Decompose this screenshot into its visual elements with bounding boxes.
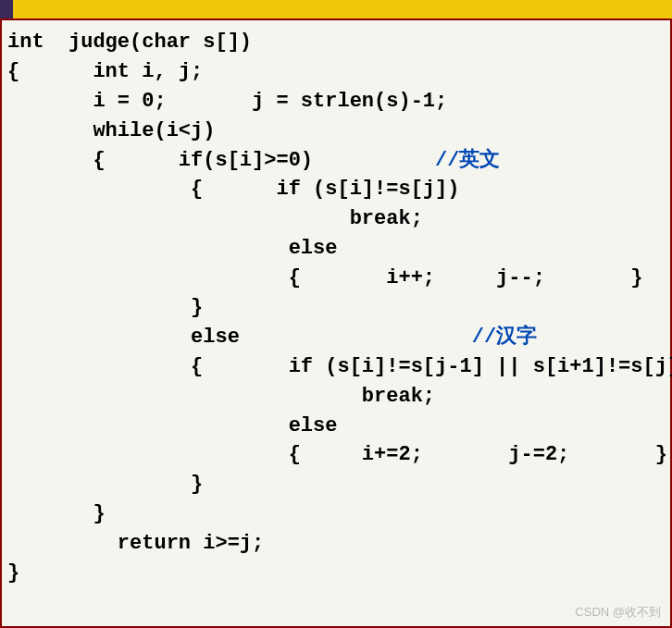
watermark: CSDN @收不到 — [575, 604, 661, 621]
code-line: { if (s[i]!=s[j-1] || s[i+1]!=s[j]) — [7, 352, 665, 382]
code-line: } — [7, 499, 665, 529]
code-line: else — [7, 412, 665, 441]
code-line: } — [7, 559, 665, 588]
code-text: { if(s[i]>=0) — [7, 149, 435, 172]
code-line: { int i, j; — [7, 57, 665, 87]
code-line: else //汉字 — [7, 323, 665, 352]
code-line: else — [7, 234, 665, 264]
code-line: } — [7, 293, 665, 323]
code-line: break; — [7, 382, 665, 412]
code-line: } — [7, 470, 665, 499]
code-line: { i+=2; j-=2; } — [7, 440, 665, 470]
code-line: break; — [7, 204, 665, 234]
comment-chinese: //汉字 — [472, 326, 537, 349]
code-line: { if(s[i]>=0) //英文 — [7, 146, 665, 176]
comment-english: //英文 — [435, 149, 500, 172]
code-line: int judge(char s[]) — [7, 28, 665, 57]
code-line: { i++; j--; } — [7, 264, 665, 293]
code-line: return i>=j; — [7, 529, 665, 559]
code-line: i = 0; j = strlen(s)-1; — [7, 87, 665, 117]
code-box: int judge(char s[]) { int i, j; i = 0; j… — [0, 18, 672, 628]
code-text: else — [7, 326, 472, 349]
code-line: { if (s[i]!=s[j]) — [7, 175, 665, 204]
code-line: while(i<j) — [7, 117, 665, 146]
top-decoration-bar — [0, 0, 672, 18]
